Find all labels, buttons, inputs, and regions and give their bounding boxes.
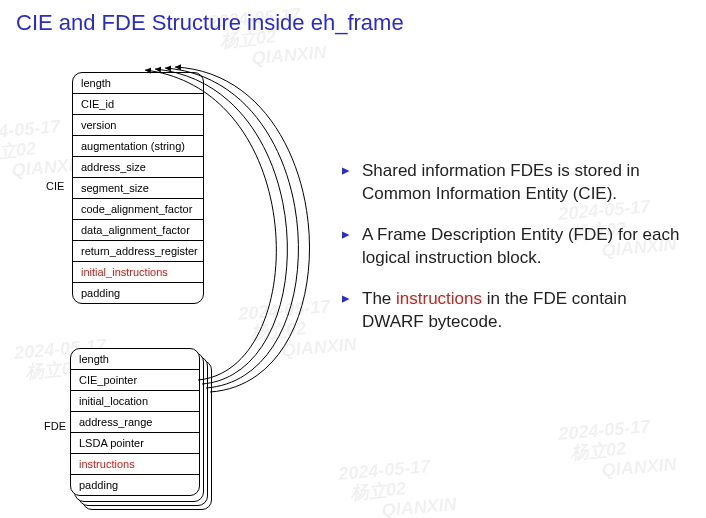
fde-struct: lengthCIE_pointerinitial_locationaddress…: [70, 348, 200, 496]
bullet-list: Shared information FDEs is stored in Com…: [340, 160, 690, 352]
cie-field: augmentation (string): [73, 136, 203, 157]
cie-field: code_alignment_factor: [73, 199, 203, 220]
fde-field: initial_location: [71, 391, 199, 412]
cie-field: return_address_register: [73, 241, 203, 262]
structure-diagram: CIE lengthCIE_idversionaugmentation (str…: [0, 50, 340, 510]
cie-label: CIE: [46, 180, 64, 192]
watermark: 2024-05-17 杨立02 QIANXIN: [558, 415, 678, 484]
fde-field: CIE_pointer: [71, 370, 199, 391]
cie-field: length: [73, 73, 203, 94]
cie-struct: lengthCIE_idversionaugmentation (string)…: [72, 72, 204, 304]
bullet-item: Shared information FDEs is stored in Com…: [340, 160, 690, 206]
cie-field: padding: [73, 283, 203, 303]
fde-field: instructions: [71, 454, 199, 475]
cie-field: version: [73, 115, 203, 136]
cie-field: CIE_id: [73, 94, 203, 115]
highlight-text: instructions: [396, 289, 482, 308]
cie-field: segment_size: [73, 178, 203, 199]
cie-field: address_size: [73, 157, 203, 178]
fde-field: address_range: [71, 412, 199, 433]
cie-field: initial_instructions: [73, 262, 203, 283]
fde-label: FDE: [44, 420, 66, 432]
bullet-item: The instructions in the FDE contain DWAR…: [340, 288, 690, 334]
fde-field: LSDA pointer: [71, 433, 199, 454]
watermark: 2024-05-17 杨立02 QIANXIN: [338, 455, 458, 518]
bullet-item: A Frame Description Entity (FDE) for eac…: [340, 224, 690, 270]
page-title: CIE and FDE Structure inside eh_frame: [16, 10, 404, 36]
fde-field: length: [71, 349, 199, 370]
cie-field: data_alignment_factor: [73, 220, 203, 241]
fde-field: padding: [71, 475, 199, 495]
